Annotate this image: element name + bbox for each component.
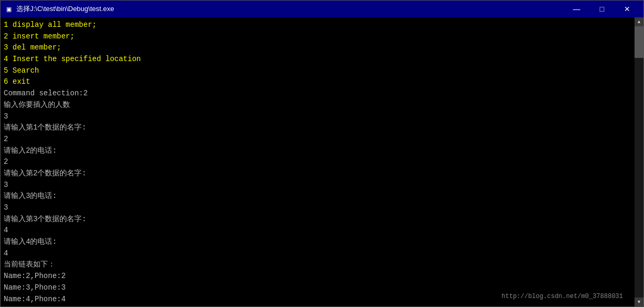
title-bar-text: 选择J:\C\test\bin\Debug\test.exe: [16, 4, 564, 14]
console-line: 2: [4, 134, 631, 145]
console-line: 3: [4, 111, 631, 123]
title-bar: ▣ 选择J:\C\test\bin\Debug\test.exe — □ ✕: [1, 1, 643, 17]
console-line: 6 exit: [4, 76, 631, 88]
console-line: 请输入第2个数据的名字:: [4, 168, 631, 180]
window: ▣ 选择J:\C\test\bin\Debug\test.exe — □ ✕ 1…: [0, 0, 644, 307]
console-line: 请输入4的电话:: [4, 236, 631, 248]
console-line: 3 del member;: [4, 42, 631, 54]
minimize-button[interactable]: —: [564, 1, 589, 17]
console-line: 当前链表如下：: [4, 259, 631, 271]
console-line: 输入你要插入的人数: [4, 100, 631, 111]
console-content[interactable]: 1 display all member;2 insert member;3 d…: [1, 17, 635, 306]
console-line: 请输入第3个数据的名字:: [4, 214, 631, 225]
console-line: 3: [4, 202, 631, 214]
console-wrapper: 1 display all member;2 insert member;3 d…: [1, 17, 635, 306]
console-line: 4 Insert the specified location: [4, 54, 631, 65]
console-area: 1 display all member;2 insert member;3 d…: [1, 17, 643, 306]
console-line: Name:3,Phone:3: [4, 282, 631, 294]
console-line: Name:2,Phone:2: [4, 271, 631, 282]
close-button[interactable]: ✕: [615, 1, 639, 17]
console-line: 5 Search: [4, 65, 631, 77]
scroll-up-arrow[interactable]: ▲: [635, 17, 643, 26]
console-line: 请输入2的电话:: [4, 145, 631, 157]
console-line: 4: [4, 225, 631, 236]
console-line: 3: [4, 180, 631, 191]
scrollbar[interactable]: ▲ ▼: [635, 17, 643, 306]
console-line: 4: [4, 248, 631, 260]
console-line: 2 insert member;: [4, 31, 631, 43]
console-line: 请输入3的电话:: [4, 191, 631, 202]
scroll-down-arrow[interactable]: ▼: [635, 298, 643, 306]
window-icon: ▣: [5, 5, 13, 13]
title-bar-controls: — □ ✕: [564, 1, 639, 17]
console-line: 2: [4, 156, 631, 168]
scrollbar-track[interactable]: [635, 26, 643, 298]
watermark: http://blog.csdn.net/m0_37888031: [502, 293, 623, 300]
console-line: 1 display all member;: [4, 19, 631, 31]
scrollbar-thumb[interactable]: [635, 26, 643, 58]
console-line: 请输入第1个数据的名字:: [4, 122, 631, 134]
console-line: Command selection:2: [4, 88, 631, 100]
maximize-button[interactable]: □: [590, 1, 614, 17]
